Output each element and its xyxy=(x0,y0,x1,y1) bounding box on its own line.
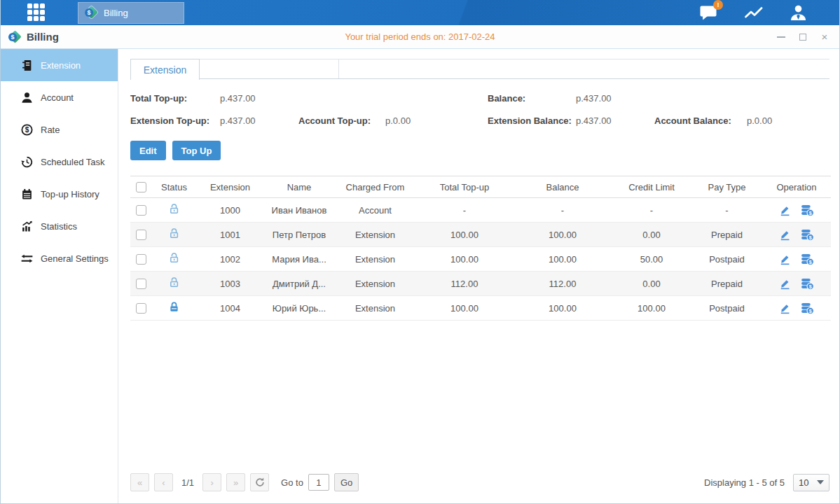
cell-total-topup: 100.00 xyxy=(415,223,514,247)
history-clock-icon xyxy=(21,156,33,168)
edit-pencil-icon[interactable] xyxy=(779,253,791,265)
edit-pencil-icon[interactable] xyxy=(779,204,791,216)
goto-label: Go to xyxy=(281,477,303,488)
window-title: Billing xyxy=(27,31,59,43)
tab-ghost-area xyxy=(200,59,339,78)
billing-app-icon: $ xyxy=(8,30,22,44)
header-status: Status xyxy=(151,176,197,198)
sidebar-item-account[interactable]: Account xyxy=(1,81,118,113)
page-indicator: 1/1 xyxy=(181,477,194,488)
sidebar-item-label: General Settings xyxy=(41,253,109,264)
cell-name: Мария Ива... xyxy=(263,247,335,272)
refresh-button[interactable] xyxy=(250,473,269,491)
top-up-coins-icon[interactable]: $ xyxy=(801,253,814,265)
table-row: 1004 Юрий Юрь... Extension 100.00 100.00… xyxy=(130,296,831,321)
tab-extension[interactable]: Extension xyxy=(130,59,200,80)
taskbar-tab-billing[interactable]: $ Billing xyxy=(78,2,184,24)
cell-name: Иван Иванов xyxy=(263,198,335,223)
row-checkbox[interactable] xyxy=(136,254,146,265)
notification-badge: ! xyxy=(713,0,723,10)
sidebar: Extension Account $ Rate Scheduled Task … xyxy=(1,49,118,503)
cell-pay-type: Postpaid xyxy=(691,247,762,272)
cell-name: Юрий Юрь... xyxy=(263,296,335,321)
extension-balance-value: p.437.00 xyxy=(576,115,654,126)
sidebar-item-general-settings[interactable]: General Settings xyxy=(1,242,118,274)
row-checkbox[interactable] xyxy=(136,230,146,240)
goto-page-input[interactable] xyxy=(308,474,329,491)
edit-pencil-icon[interactable] xyxy=(779,278,791,290)
taskbar-tab-label: Billing xyxy=(104,8,128,18)
select-all-checkbox[interactable] xyxy=(136,182,146,192)
row-checkbox[interactable] xyxy=(136,279,146,289)
chevron-down-icon xyxy=(817,480,824,484)
cell-balance: 100.00 xyxy=(514,247,612,272)
cell-total-topup: - xyxy=(415,198,514,223)
top-up-coins-icon[interactable]: $ xyxy=(801,229,814,241)
cell-pay-type: Prepaid xyxy=(691,272,762,296)
sidebar-item-statistics[interactable]: Statistics xyxy=(1,210,118,242)
cell-balance: 100.00 xyxy=(514,223,612,247)
table-row: 1003 Дмитрий Д... Extension 112.00 112.0… xyxy=(130,272,831,296)
edit-button[interactable]: Edit xyxy=(130,141,166,160)
cell-extension: 1003 xyxy=(197,272,263,296)
pagination-bar: « ‹ 1/1 › » Go to Go Displaying 1 - 5 of… xyxy=(130,467,829,503)
balance-value: p.437.00 xyxy=(576,93,654,104)
page-size-select[interactable]: 10 xyxy=(793,474,829,491)
svg-text:$: $ xyxy=(809,308,812,314)
chart-growth-icon xyxy=(21,220,33,232)
prev-page-button[interactable]: ‹ xyxy=(154,473,173,491)
window-titlebar: Your trial period ends on: 2017-02-24 $ … xyxy=(1,25,839,49)
balance-summary: Total Top-up: p.437.00 Balance: p.437.00… xyxy=(130,93,829,126)
cell-name: Петр Петров xyxy=(263,223,335,247)
edit-pencil-icon[interactable] xyxy=(779,229,791,241)
close-button[interactable]: × xyxy=(820,32,829,42)
content-pane: Extension Total Top-up: p.437.00 Balance… xyxy=(118,49,839,503)
sidebar-item-label: Statistics xyxy=(41,221,77,232)
first-page-button[interactable]: « xyxy=(130,473,149,491)
maximize-button[interactable] xyxy=(798,32,808,42)
header-total-topup: Total Top-up xyxy=(415,176,514,198)
dollar-coin-icon: $ xyxy=(21,124,33,136)
top-up-coins-icon[interactable]: $ xyxy=(801,302,814,314)
cell-balance: - xyxy=(514,198,612,223)
unlocked-icon xyxy=(168,276,180,290)
row-checkbox[interactable] xyxy=(136,205,146,216)
cell-balance: 112.00 xyxy=(514,272,612,296)
row-checkbox[interactable] xyxy=(136,303,146,314)
notifications-chat-icon[interactable]: ! xyxy=(700,5,718,20)
sidebar-item-rate[interactable]: $ Rate xyxy=(1,113,118,146)
top-up-coins-icon[interactable]: $ xyxy=(801,204,814,216)
calendar-icon xyxy=(21,188,33,200)
balance-label: Balance: xyxy=(488,93,576,104)
account-topup-value: p.0.00 xyxy=(385,115,488,126)
table-row: 1000 Иван Иванов Account - - - - $ xyxy=(130,198,831,223)
svg-text:$: $ xyxy=(809,259,812,265)
cell-extension: 1001 xyxy=(197,223,263,247)
sidebar-item-top-up-history[interactable]: Top-up History xyxy=(1,178,118,210)
header-pay-type: Pay Type xyxy=(691,176,762,198)
go-button[interactable]: Go xyxy=(334,473,359,491)
edit-pencil-icon[interactable] xyxy=(779,302,791,314)
app-launcher-icon[interactable] xyxy=(27,4,46,22)
user-account-icon[interactable] xyxy=(790,5,807,21)
cell-extension: 1004 xyxy=(197,296,263,321)
cell-total-topup: 100.00 xyxy=(415,296,514,321)
top-up-button[interactable]: Top Up xyxy=(172,141,221,160)
toolbar: Edit Top Up xyxy=(130,141,829,160)
last-page-button[interactable]: » xyxy=(226,473,245,491)
cell-credit-limit: 50.00 xyxy=(612,247,691,272)
reports-chart-icon[interactable] xyxy=(745,6,763,20)
table-row: 1002 Мария Ива... Extension 100.00 100.0… xyxy=(130,247,831,272)
sidebar-item-scheduled-task[interactable]: Scheduled Task xyxy=(1,146,118,178)
sidebar-item-extension[interactable]: Extension xyxy=(1,49,118,81)
next-page-button[interactable]: › xyxy=(202,473,221,491)
header-balance: Balance xyxy=(514,176,612,198)
header-charged-from: Charged From xyxy=(335,176,415,198)
extension-balance-label: Extension Balance: xyxy=(488,115,576,126)
billing-dollar-diamond-icon: $ xyxy=(84,6,98,20)
sidebar-item-label: Account xyxy=(41,92,74,103)
locked-icon xyxy=(168,301,180,315)
displaying-range-text: Displaying 1 - 5 of 5 xyxy=(704,477,785,488)
minimize-button[interactable] xyxy=(776,32,786,42)
top-up-coins-icon[interactable]: $ xyxy=(801,278,814,290)
